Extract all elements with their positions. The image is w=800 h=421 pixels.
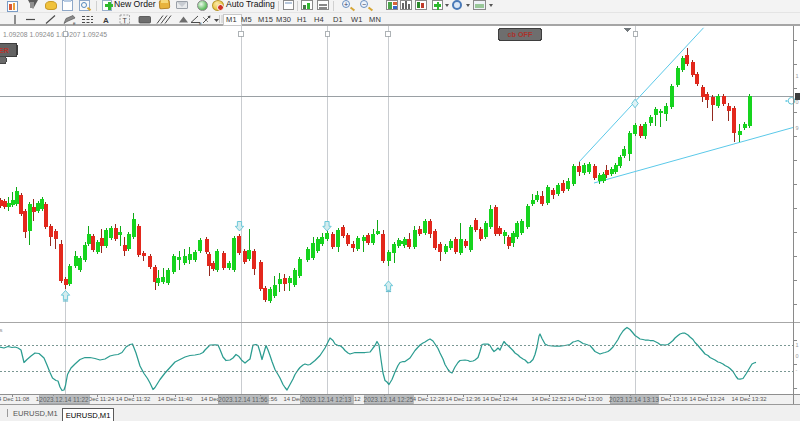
svg-text:s: s <box>0 327 3 333</box>
svg-text:cb OFF: cb OFF <box>508 30 533 39</box>
svg-text:1.09208 1.09246 1.09207 1.0924: 1.09208 1.09246 1.09207 1.09245 <box>3 31 107 38</box>
svg-text:0: 0 <box>796 99 799 105</box>
svg-text:T: T <box>123 17 128 24</box>
svg-text:A: A <box>103 16 109 25</box>
svg-text:14 Dec 11:08: 14 Dec 11:08 <box>0 396 30 402</box>
svg-text:2023.12.14 13:13: 2023.12.14 13:13 <box>609 396 659 403</box>
svg-text:1: 1 <box>796 342 799 348</box>
svg-text:2023.12.14 12:25: 2023.12.14 12:25 <box>364 396 414 403</box>
svg-text:2023.12.14 12:13: 2023.12.14 12:13 <box>302 396 352 403</box>
svg-text:1: 1 <box>796 73 799 79</box>
svg-text:2023.12.14 11:22: 2023.12.14 11:22 <box>39 396 89 403</box>
svg-text:-: - <box>796 385 798 391</box>
svg-text:ER: ER <box>0 47 9 54</box>
svg-text:-: - <box>796 367 798 373</box>
svg-text:0: 0 <box>796 353 799 359</box>
svg-text:e: e <box>199 21 202 26</box>
svg-text:e: e <box>73 21 76 26</box>
svg-text:2023.12.14 11:56: 2023.12.14 11:56 <box>218 396 268 403</box>
svg-text:9: 9 <box>796 125 799 131</box>
